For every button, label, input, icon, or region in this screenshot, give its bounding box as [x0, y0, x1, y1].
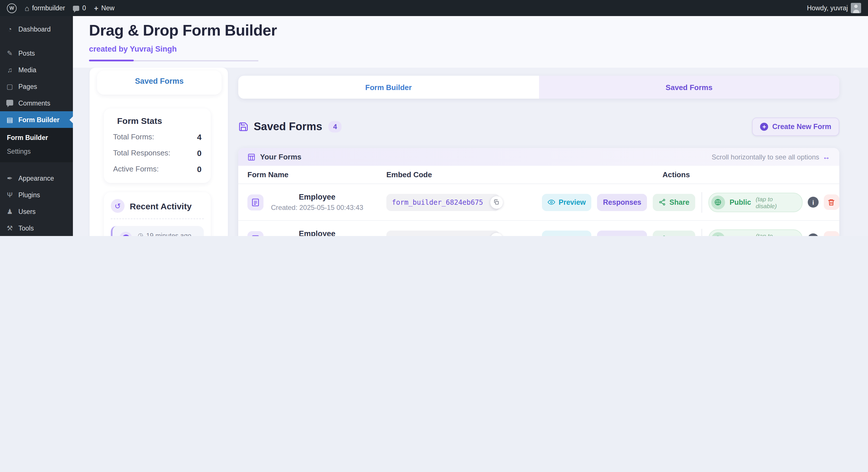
form-stats-card: Form Stats Total Forms: 4 Total Response… — [104, 108, 211, 183]
trash-icon — [828, 198, 836, 206]
column-actions: Actions — [542, 170, 690, 179]
sidebar-item-label: Dashboard — [19, 26, 51, 32]
share-button[interactable]: Share — [653, 230, 695, 236]
public-toggle[interactable]: Public (tap to disable) — [708, 193, 803, 212]
stat-row-active-forms: Active Forms: 0 — [113, 165, 202, 174]
table-header-row: Form Name Embed Code Actions — [238, 166, 839, 184]
howdy-text: Howdy, yuvraj — [807, 5, 848, 11]
tab-form-builder[interactable]: Form Builder — [238, 76, 539, 99]
sidebar-item-label: Plugins — [19, 191, 40, 198]
forms-table-card: Your Forms Scroll horizontally to see al… — [238, 148, 839, 236]
stat-value: 0 — [197, 148, 202, 158]
preview-button[interactable]: Preview — [542, 230, 592, 236]
tab-bar: Form Builder Saved Forms — [238, 76, 839, 99]
divider — [702, 229, 702, 236]
eye-icon — [548, 235, 555, 236]
eye-icon — [548, 198, 555, 206]
activity-time: 19 minutes ago — [146, 232, 191, 236]
scroll-hint: Scroll horizontally to see all options ↔ — [712, 153, 830, 161]
sidebar-item-label: Pages — [19, 83, 37, 90]
saved-forms-nav[interactable]: Saved Forms — [97, 71, 222, 95]
title-underline — [89, 60, 258, 61]
sidebar-item-label: Comments — [19, 100, 50, 106]
sidebar-item-dashboard[interactable]: ◔ Dashboard — [0, 21, 73, 37]
left-panel: Saved Forms Form Stats Total Forms: 4 To… — [90, 68, 228, 236]
table-icon — [247, 153, 255, 161]
form-name: Employee — [271, 193, 363, 201]
activity-item: + ◷19 minutes ago Created form "Employee… — [111, 226, 204, 236]
submenu-item-form-builder[interactable]: Form Builder — [0, 131, 73, 144]
sidebar-item-plugins[interactable]: Ψ Plugins — [0, 187, 73, 203]
responses-button[interactable]: Responses — [597, 230, 647, 236]
sidebar-item-appearance[interactable]: ✒ Appearance — [0, 170, 73, 187]
form-icon: ▤ — [6, 115, 14, 124]
admin-sidebar: ◔ Dashboard ✎ Posts ♫ Media ▢ Pages Comm… — [0, 16, 73, 236]
wordpress-logo-icon: W — [7, 3, 17, 13]
submenu-item-settings[interactable]: Settings — [0, 144, 73, 158]
preview-button[interactable]: Preview — [542, 194, 592, 211]
plus-icon: + — [94, 4, 98, 12]
embed-code-chip: form_builder_6824eb675 — [386, 194, 499, 211]
comment-bubble-icon — [73, 5, 80, 11]
public-toggle[interactable]: Public (tap to disable) — [708, 229, 803, 236]
avatar — [851, 3, 861, 13]
pages-icon: ▢ — [6, 82, 14, 90]
form-icon — [247, 231, 264, 236]
your-forms-label: Your Forms — [260, 153, 301, 161]
sidebar-item-pages[interactable]: ▢ Pages — [0, 78, 73, 95]
site-link[interactable]: ⌂ formbuilder — [25, 4, 65, 12]
embed-code: form_builder_6824eb675 — [392, 198, 483, 206]
info-icon[interactable]: i — [808, 197, 818, 208]
tap-to-disable-label: (tap to disable) — [756, 232, 795, 236]
form-icon — [247, 194, 264, 210]
recent-activity-title: Recent Activity — [130, 201, 192, 211]
info-icon[interactable]: i — [808, 233, 818, 236]
tab-saved-forms[interactable]: Saved Forms — [539, 76, 839, 99]
wordpress-menu[interactable]: W — [7, 3, 17, 13]
stat-row-total-forms: Total Forms: 4 — [113, 133, 202, 142]
sidebar-item-posts[interactable]: ✎ Posts — [0, 45, 73, 61]
page: W ⌂ formbuilder 0 + New Howdy, yuvraj ◔ … — [0, 0, 868, 236]
page-header: Drag & Drop Form Builder created by Yuvr… — [73, 16, 868, 68]
sidebar-item-users[interactable]: ♟ Users — [0, 203, 73, 220]
globe-icon — [711, 195, 725, 209]
sidebar-item-label: Media — [19, 66, 36, 73]
sidebar-item-label: Appearance — [19, 175, 54, 181]
new-content-menu[interactable]: + New — [94, 4, 115, 12]
sidebar-item-label: Posts — [19, 49, 35, 57]
sidebar-item-comments[interactable]: Comments — [0, 95, 73, 111]
sidebar-item-media[interactable]: ♫ Media — [0, 61, 73, 78]
create-new-form-button[interactable]: + Create New Form — [752, 117, 839, 136]
globe-icon — [711, 232, 725, 236]
form-stats-title: Form Stats — [113, 116, 202, 126]
embed-code-chip: form_builder_6824eb2f3 — [386, 230, 499, 236]
history-icon: ↺ — [111, 199, 125, 213]
delete-button[interactable] — [824, 194, 839, 210]
copy-icon[interactable] — [490, 233, 503, 236]
comments-shortcut[interactable]: 0 — [73, 5, 86, 11]
divider — [702, 192, 702, 212]
sidebar-item-label: Tools — [19, 225, 34, 231]
trash-icon — [828, 235, 836, 236]
divider — [111, 218, 204, 219]
tap-to-disable-label: (tap to disable) — [756, 195, 795, 209]
share-button[interactable]: Share — [653, 194, 695, 211]
delete-button[interactable] — [824, 231, 839, 236]
page-title: Drag & Drop Form Builder — [89, 22, 868, 40]
plus-badge-icon: + — [119, 232, 132, 236]
wrench-icon: ⚒ — [6, 224, 14, 232]
comments-count: 0 — [82, 5, 86, 11]
responses-button[interactable]: Responses — [597, 194, 647, 211]
arrows-horizontal-icon: ↔ — [823, 153, 830, 161]
stat-row-total-responses: Total Responses: 0 — [113, 148, 202, 158]
account-menu[interactable]: Howdy, yuvraj — [807, 3, 861, 13]
sidebar-item-form-builder[interactable]: ▤ Form Builder — [0, 111, 73, 128]
stat-label: Total Responses: — [113, 148, 170, 158]
sidebar-item-tools[interactable]: ⚒ Tools — [0, 220, 73, 236]
copy-icon[interactable] — [490, 196, 503, 208]
page-subtitle[interactable]: created by Yuvraj Singh — [89, 45, 868, 53]
floppy-disk-icon — [238, 122, 249, 132]
column-form-name: Form Name — [238, 170, 386, 179]
table-row: Employee Created: 2025-05-15 00:43:43 fo… — [238, 184, 839, 221]
stat-label: Total Forms: — [113, 133, 154, 142]
